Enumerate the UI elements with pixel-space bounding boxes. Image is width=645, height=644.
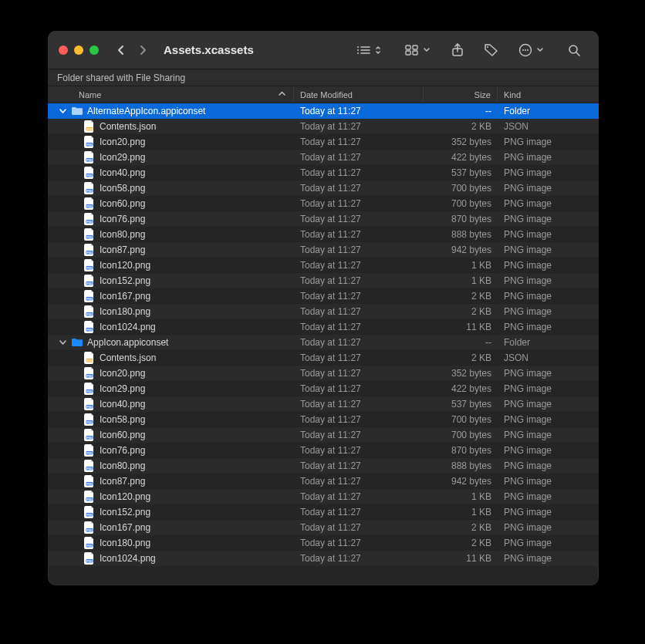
file-name-cell[interactable]: JSON Contents.json — [48, 120, 294, 133]
table-row[interactable]: JSON Contents.jsonToday at 11:272 KBJSON — [48, 350, 599, 366]
file-name-cell[interactable]: PNG Icon1024.png — [48, 552, 294, 565]
table-row[interactable]: PNG Icon167.pngToday at 11:272 KBPNG ima… — [48, 520, 599, 535]
file-name-cell[interactable]: PNG Icon167.png — [48, 521, 294, 534]
table-row[interactable]: PNG Icon152.pngToday at 11:271 KBPNG ima… — [48, 273, 599, 288]
svg-text:JSON: JSON — [86, 359, 93, 362]
file-name-cell[interactable]: PNG Icon60.png — [48, 197, 294, 210]
date-modified-cell: Today at 11:27 — [294, 383, 424, 394]
png-icon: PNG — [83, 275, 96, 287]
view-mode-button[interactable] — [350, 40, 381, 60]
date-modified-cell: Today at 11:27 — [294, 198, 424, 209]
file-name-cell[interactable]: PNG Icon120.png — [48, 491, 294, 503]
table-row[interactable]: PNG Icon60.pngToday at 11:27700 bytesPNG… — [48, 196, 599, 211]
table-row[interactable]: PNG Icon60.pngToday at 11:27700 bytesPNG… — [48, 427, 599, 443]
table-row[interactable]: AlternateAppIcon.appiconsetToday at 11:2… — [48, 103, 599, 119]
json-icon: JSON — [83, 120, 96, 133]
svg-text:PNG: PNG — [86, 375, 93, 378]
table-row[interactable]: PNG Icon87.pngToday at 11:27942 bytesPNG… — [48, 242, 599, 258]
tags-button[interactable] — [478, 40, 505, 60]
disclosure-triangle-icon[interactable] — [58, 339, 67, 347]
search-button[interactable] — [560, 40, 588, 60]
table-row[interactable]: PNG Icon29.pngToday at 11:27422 bytesPNG… — [48, 150, 599, 165]
share-button[interactable] — [444, 40, 471, 60]
file-name-cell[interactable]: PNG Icon20.png — [48, 367, 294, 379]
table-row[interactable]: PNG Icon167.pngToday at 11:272 KBPNG ima… — [48, 288, 599, 304]
file-name-cell[interactable]: PNG Icon58.png — [48, 413, 294, 426]
size-cell: 870 bytes — [424, 214, 498, 224]
date-modified-cell: Today at 11:27 — [294, 414, 424, 425]
back-button[interactable] — [111, 41, 131, 59]
table-row[interactable]: PNG Icon180.pngToday at 11:272 KBPNG ima… — [48, 535, 599, 551]
close-window-button[interactable] — [59, 46, 68, 55]
file-name-cell[interactable]: PNG Icon80.png — [48, 228, 294, 241]
table-row[interactable]: PNG Icon76.pngToday at 11:27870 bytesPNG… — [48, 443, 599, 458]
table-row[interactable]: PNG Icon29.pngToday at 11:27422 bytesPNG… — [48, 381, 599, 396]
file-name-cell[interactable]: AppIcon.appiconset — [48, 336, 294, 349]
kind-cell: PNG image — [498, 306, 590, 317]
file-name-cell[interactable]: PNG Icon40.png — [48, 167, 294, 179]
table-row[interactable]: PNG Icon40.pngToday at 11:27537 bytesPNG… — [48, 165, 599, 180]
png-icon: PNG — [83, 537, 96, 549]
file-name-cell[interactable]: PNG Icon76.png — [48, 213, 294, 225]
table-row[interactable]: PNG Icon1024.pngToday at 11:2711 KBPNG i… — [48, 319, 599, 335]
action-menu-button[interactable] — [512, 40, 543, 60]
file-list[interactable]: AlternateAppIcon.appiconsetToday at 11:2… — [48, 103, 599, 585]
forward-button[interactable] — [133, 41, 153, 59]
column-header-date[interactable]: Date Modified — [294, 86, 424, 103]
file-name-cell[interactable]: PNG Icon58.png — [48, 182, 294, 194]
svg-text:PNG: PNG — [86, 498, 93, 501]
table-row[interactable]: PNG Icon58.pngToday at 11:27700 bytesPNG… — [48, 412, 599, 427]
disclosure-triangle-icon[interactable] — [58, 107, 67, 116]
svg-text:PNG: PNG — [86, 483, 93, 486]
kind-cell: Folder — [498, 337, 590, 348]
file-name-cell[interactable]: PNG Icon29.png — [48, 383, 294, 395]
minimize-window-button[interactable] — [74, 46, 83, 55]
png-icon: PNG — [83, 383, 96, 395]
table-row[interactable]: PNG Icon40.pngToday at 11:27537 bytesPNG… — [48, 396, 599, 412]
file-name-cell[interactable]: PNG Icon1024.png — [48, 321, 294, 333]
column-header-kind[interactable]: Kind — [498, 86, 590, 103]
group-by-button[interactable] — [398, 40, 430, 60]
file-name-cell[interactable]: AlternateAppIcon.appiconset — [48, 105, 294, 117]
table-row[interactable]: PNG Icon76.pngToday at 11:27870 bytesPNG… — [48, 211, 599, 227]
file-name-cell[interactable]: PNG Icon87.png — [48, 475, 294, 487]
zoom-window-button[interactable] — [89, 46, 99, 55]
size-cell: 11 KB — [424, 322, 498, 332]
file-name-cell[interactable]: PNG Icon20.png — [48, 136, 294, 148]
png-icon: PNG — [83, 259, 96, 271]
file-name-cell[interactable]: PNG Icon180.png — [48, 537, 294, 549]
table-row[interactable]: AppIcon.appiconsetToday at 11:27--Folder — [48, 335, 599, 350]
kind-cell: PNG image — [498, 553, 590, 564]
column-header-name[interactable]: Name — [48, 86, 294, 103]
table-row[interactable]: PNG Icon120.pngToday at 11:271 KBPNG ima… — [48, 489, 599, 504]
table-row[interactable]: PNG Icon180.pngToday at 11:272 KBPNG ima… — [48, 304, 599, 319]
kind-cell: PNG image — [498, 460, 590, 471]
file-name-cell[interactable]: PNG Icon40.png — [48, 398, 294, 410]
file-name-cell[interactable]: PNG Icon152.png — [48, 275, 294, 287]
table-row[interactable]: PNG Icon80.pngToday at 11:27888 bytesPNG… — [48, 227, 599, 242]
file-name-cell[interactable]: PNG Icon80.png — [48, 460, 294, 472]
table-row[interactable]: PNG Icon58.pngToday at 11:27700 bytesPNG… — [48, 180, 599, 196]
table-row[interactable]: PNG Icon152.pngToday at 11:271 KBPNG ima… — [48, 504, 599, 520]
table-row[interactable]: PNG Icon1024.pngToday at 11:2711 KBPNG i… — [48, 551, 599, 566]
file-name-cell[interactable]: PNG Icon29.png — [48, 151, 294, 164]
file-name-cell[interactable]: PNG Icon180.png — [48, 305, 294, 318]
date-modified-cell: Today at 11:27 — [294, 352, 424, 363]
svg-text:PNG: PNG — [86, 205, 93, 208]
file-name-cell[interactable]: PNG Icon120.png — [48, 259, 294, 271]
table-row[interactable]: PNG Icon20.pngToday at 11:27352 bytesPNG… — [48, 366, 599, 381]
file-name-cell[interactable]: PNG Icon167.png — [48, 290, 294, 302]
table-row[interactable]: PNG Icon20.pngToday at 11:27352 bytesPNG… — [48, 134, 599, 150]
file-name-cell[interactable]: PNG Icon87.png — [48, 244, 294, 256]
table-row[interactable]: PNG Icon120.pngToday at 11:271 KBPNG ima… — [48, 258, 599, 273]
file-name-cell[interactable]: PNG Icon76.png — [48, 444, 294, 457]
column-header-size[interactable]: Size — [424, 86, 498, 103]
file-name-cell[interactable]: PNG Icon152.png — [48, 506, 294, 518]
file-name-label: Icon40.png — [100, 399, 145, 410]
file-name-cell[interactable]: PNG Icon60.png — [48, 429, 294, 441]
png-icon: PNG — [83, 182, 96, 194]
file-name-cell[interactable]: JSON Contents.json — [48, 352, 294, 364]
table-row[interactable]: JSON Contents.jsonToday at 11:272 KBJSON — [48, 119, 599, 134]
table-row[interactable]: PNG Icon80.pngToday at 11:27888 bytesPNG… — [48, 458, 599, 474]
table-row[interactable]: PNG Icon87.pngToday at 11:27942 bytesPNG… — [48, 474, 599, 489]
